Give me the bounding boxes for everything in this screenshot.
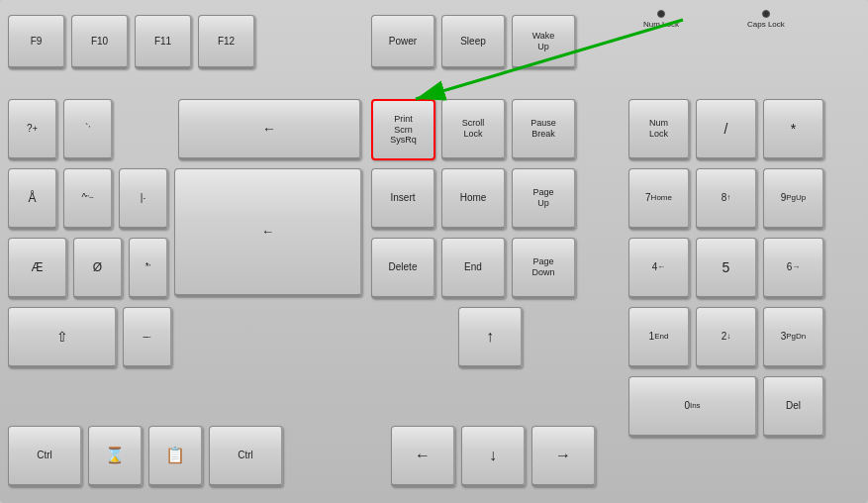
keyboard: F9 F10 F11 F12 Power Sleep WakeUp Num Lo… bbox=[0, 0, 868, 503]
key-end[interactable]: End bbox=[441, 238, 506, 299]
key-ae[interactable]: Æ bbox=[8, 238, 67, 299]
num-lock-label: Num Lock bbox=[643, 20, 679, 29]
key-num-del[interactable]: Del bbox=[763, 376, 824, 438]
key-num-5[interactable]: 5 bbox=[696, 238, 757, 299]
key-enter[interactable]: ← bbox=[174, 168, 362, 297]
key-delete[interactable]: Delete bbox=[371, 238, 435, 299]
key-num-7[interactable]: 7Home bbox=[628, 168, 690, 230]
key-scroll-lock[interactable]: ScrollLock bbox=[441, 99, 506, 160]
key-num-1[interactable]: 1End bbox=[628, 307, 690, 368]
key-num-4[interactable]: 4← bbox=[628, 238, 690, 299]
key-pipe[interactable]: |- bbox=[119, 168, 168, 230]
key-page-up[interactable]: PageUp bbox=[512, 168, 576, 230]
caps-lock-dot bbox=[762, 10, 770, 18]
key-backtick[interactable]: `' bbox=[63, 99, 113, 160]
key-num-2[interactable]: 2↓ bbox=[696, 307, 757, 368]
key-num-lock[interactable]: NumLock bbox=[628, 99, 690, 160]
key-print-scrn[interactable]: PrintScrnSysRq bbox=[371, 99, 435, 160]
key-hourglass[interactable]: ⌛ bbox=[88, 426, 143, 487]
key-num-6[interactable]: 6→ bbox=[763, 238, 824, 299]
key-wakeup[interactable]: WakeUp bbox=[512, 15, 576, 69]
key-backspace[interactable]: ← bbox=[178, 99, 361, 160]
key-shift-left[interactable]: ⇧ bbox=[8, 307, 117, 368]
key-arrow-up[interactable]: ↑ bbox=[458, 307, 523, 368]
caps-lock-label: Caps Lock bbox=[747, 20, 785, 29]
key-num-8[interactable]: 8↑ bbox=[696, 168, 757, 230]
key-ctrl-left[interactable]: Ctrl bbox=[8, 426, 82, 487]
key-page-down[interactable]: PageDown bbox=[512, 238, 576, 299]
key-asterisk-key[interactable]: *' bbox=[129, 238, 168, 299]
key-insert[interactable]: Insert bbox=[371, 168, 435, 230]
key-o-slash[interactable]: Ø bbox=[73, 238, 123, 299]
key-f11[interactable]: F11 bbox=[135, 15, 192, 69]
caps-lock-indicator: Caps Lock bbox=[747, 10, 785, 29]
num-lock-indicator: Num Lock bbox=[643, 10, 679, 29]
key-arrow-down[interactable]: ↓ bbox=[461, 426, 526, 487]
key-num-slash[interactable]: / bbox=[696, 99, 757, 160]
key-sleep[interactable]: Sleep bbox=[441, 15, 506, 69]
key-ctrl-right[interactable]: Ctrl bbox=[209, 426, 283, 487]
key-pause-break[interactable]: PauseBreak bbox=[512, 99, 576, 160]
key-num-0[interactable]: 0Ins bbox=[628, 376, 757, 438]
key-arrow-right[interactable]: → bbox=[531, 426, 596, 487]
num-lock-dot bbox=[657, 10, 665, 18]
key-caret[interactable]: ^"~ bbox=[63, 168, 113, 230]
key-num-asterisk[interactable]: * bbox=[763, 99, 824, 160]
key-num-9[interactable]: 9PgUp bbox=[763, 168, 824, 230]
key-minus[interactable]: –- bbox=[123, 307, 172, 368]
key-f10[interactable]: F10 bbox=[71, 15, 129, 69]
key-num-3[interactable]: 3PgDn bbox=[763, 307, 824, 368]
key-home[interactable]: Home bbox=[441, 168, 506, 230]
key-f9[interactable]: F9 bbox=[8, 15, 65, 69]
key-f12[interactable]: F12 bbox=[198, 15, 255, 69]
key-a-ring[interactable]: Å bbox=[8, 168, 57, 230]
key-clipboard[interactable]: 📋 bbox=[148, 426, 203, 487]
key-arrow-left[interactable]: ← bbox=[391, 426, 455, 487]
key-power[interactable]: Power bbox=[371, 15, 435, 69]
key-question[interactable]: ?+ bbox=[8, 99, 57, 160]
